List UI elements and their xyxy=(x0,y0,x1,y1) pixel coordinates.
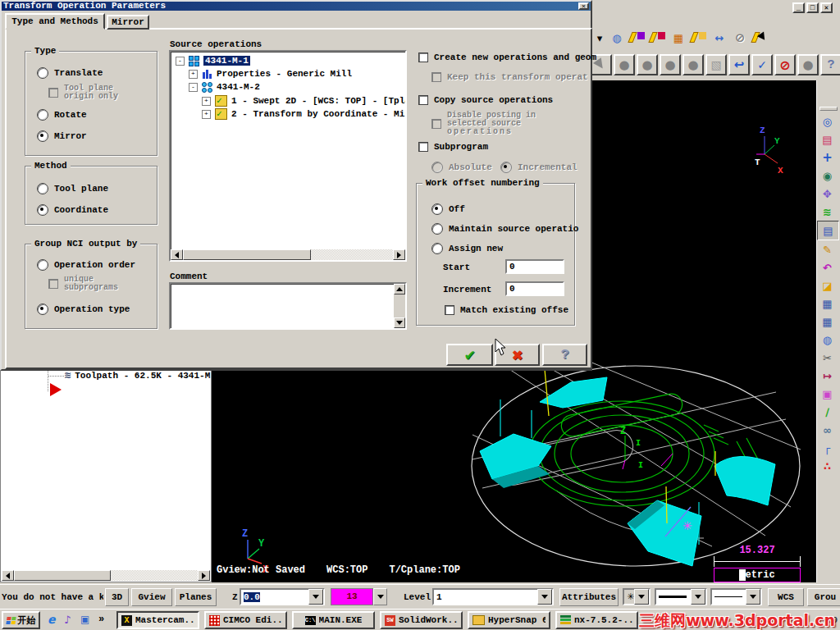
wcs-button[interactable]: WCS xyxy=(768,588,804,606)
help-icon[interactable]: ? xyxy=(820,54,840,75)
source-operations-tree[interactable]: - 4341-M-1 + Properties - Generic Mill -… xyxy=(169,50,407,262)
tree-scroll-track[interactable] xyxy=(311,249,393,260)
tree-scroll-thumb[interactable] xyxy=(183,249,311,260)
rotate-view-icon[interactable]: ◉ xyxy=(817,167,838,185)
quicklaunch-chevron[interactable]: » xyxy=(98,614,104,625)
groups-button[interactable]: Grou xyxy=(807,588,840,606)
start-input[interactable] xyxy=(505,259,564,274)
select-bolt-icon[interactable] xyxy=(751,30,769,46)
curve-edit-icon[interactable]: ✎ xyxy=(817,240,838,258)
color-dropdown-icon[interactable] xyxy=(373,588,387,605)
subprogram-checkbox[interactable] xyxy=(418,142,428,152)
scroll-right-button[interactable] xyxy=(198,570,210,581)
increment-input[interactable] xyxy=(505,281,564,296)
coordinate-radio[interactable] xyxy=(37,204,48,216)
line-width-dropdown-icon[interactable] xyxy=(746,589,760,605)
expand-toggle[interactable]: - xyxy=(189,83,198,92)
close-button[interactable]: ✕ xyxy=(820,2,833,13)
layer-fan-icon[interactable]: ≋ xyxy=(817,203,838,221)
internet-icon[interactable]: ◍ xyxy=(608,30,626,46)
line-width-combo[interactable] xyxy=(710,588,762,605)
minimize-button[interactable]: _ xyxy=(792,2,805,13)
attributes-button[interactable]: Attributes xyxy=(559,588,619,606)
tree-hscrollbar[interactable] xyxy=(171,249,405,260)
level-combo[interactable]: 1 xyxy=(432,588,554,605)
quicklaunch-media-icon[interactable]: ♪ xyxy=(64,614,71,626)
start-button[interactable]: 开始 xyxy=(2,611,40,629)
ok-button[interactable]: ✔ xyxy=(446,344,493,366)
fit-view-icon[interactable]: ✥ xyxy=(817,185,838,203)
tab-mirror[interactable]: Mirror xyxy=(107,15,149,30)
comment-scroll-up[interactable] xyxy=(394,284,405,294)
task-mastercam[interactable]: X Mastercam... xyxy=(116,611,199,629)
tab-type-methods[interactable]: Type and Methods xyxy=(5,13,105,30)
quicklaunch-desktop-icon[interactable]: ▣ xyxy=(80,614,89,625)
trim-icon[interactable]: ✂ xyxy=(817,349,838,367)
tree-scroll-right[interactable] xyxy=(393,249,405,260)
open-file-icon[interactable]: ◪ xyxy=(817,276,838,294)
cancel-all-icon[interactable]: ⊘ xyxy=(774,54,796,75)
tree-item[interactable]: 2 - Transform by Coordinate - Mirr xyxy=(231,109,407,119)
line-create-icon[interactable]: ∕ xyxy=(817,403,838,421)
point-create-icon[interactable]: ∴ xyxy=(817,457,838,475)
tree-item[interactable]: 4341-M-2 xyxy=(217,82,260,92)
task-nx[interactable]: nx-7.5.2-... xyxy=(555,611,638,629)
undo-icon[interactable]: ↶ xyxy=(817,258,838,276)
level-dropdown-icon[interactable] xyxy=(537,589,552,605)
operations-manager-icon[interactable]: ▤ xyxy=(817,221,839,240)
assign-new-radio[interactable] xyxy=(431,243,443,254)
scroll-track[interactable] xyxy=(111,570,198,581)
restore-button[interactable]: □ xyxy=(806,2,819,13)
quicklaunch-ie-icon[interactable]: e xyxy=(48,613,56,626)
insert-arrow-icon[interactable] xyxy=(50,383,62,396)
save-icon[interactable]: ▦ xyxy=(817,294,838,313)
color-swatch[interactable]: 13 xyxy=(331,588,373,605)
regen-purple-icon[interactable] xyxy=(628,30,646,46)
toolpath-tree-item[interactable]: ≋ Toolpath - 62.5K - 4341-M xyxy=(64,370,210,381)
comment-scroll-down[interactable] xyxy=(394,317,405,328)
expand-toggle[interactable]: + xyxy=(202,97,211,106)
tree-item[interactable]: 1 - Swept 2D - [WCS: TOP] - [Tplar xyxy=(231,96,407,106)
regen-red-icon[interactable] xyxy=(649,30,667,46)
rotate-radio[interactable] xyxy=(37,109,48,121)
tree-item[interactable]: 4341-M-1 xyxy=(203,56,250,66)
operation-type-radio[interactable] xyxy=(37,304,48,315)
fillet-icon[interactable]: ┌ xyxy=(817,439,838,457)
width-arrows-icon[interactable]: ↔ xyxy=(710,30,728,46)
create-new-checkbox[interactable] xyxy=(418,52,428,62)
copy-source-checkbox[interactable] xyxy=(418,95,428,105)
save-as-icon[interactable]: ▦ xyxy=(817,313,838,331)
undo-blue-icon[interactable]: ↩ xyxy=(728,54,750,75)
task-main-exe[interactable]: C:\ MAIN.EXE xyxy=(292,611,375,629)
dropdown-caret-icon[interactable]: ▾ xyxy=(594,30,605,46)
entity-colors-icon[interactable]: ▤ xyxy=(817,130,838,148)
tree-item[interactable]: Properties - Generic Mill xyxy=(217,69,352,79)
translate-radio[interactable] xyxy=(37,67,48,79)
tool-plane-radio[interactable] xyxy=(37,183,48,194)
pan-icon[interactable]: + xyxy=(817,148,838,167)
line-style-dropdown-icon[interactable] xyxy=(691,589,705,605)
dialog-close-button[interactable]: ✕ xyxy=(578,2,589,10)
post-folder-icon[interactable] xyxy=(690,30,708,46)
task-hypersnap[interactable]: HyperSnap 6 xyxy=(468,611,550,629)
z-combo[interactable]: 0.0 xyxy=(240,588,325,605)
expand-toggle[interactable]: + xyxy=(189,70,198,79)
task-cimco[interactable]: CIMCO Edi... xyxy=(204,611,287,629)
chain-icon[interactable]: ∞ xyxy=(817,421,838,439)
panel-hscrollbar[interactable] xyxy=(2,570,210,581)
scroll-left-button[interactable] xyxy=(2,570,14,581)
point-style-combo[interactable]: ✳ xyxy=(623,588,651,605)
scroll-thumb[interactable] xyxy=(14,570,111,581)
comment-box[interactable] xyxy=(169,282,407,330)
task-solidworks[interactable]: SW SolidWork... xyxy=(380,611,463,629)
tree-scroll-left[interactable] xyxy=(171,249,183,260)
expand-toggle[interactable]: + xyxy=(202,110,211,119)
dialog-titlebar[interactable]: Transform Operation Parameters ✕ xyxy=(2,2,591,11)
maintain-radio[interactable] xyxy=(431,223,443,235)
match-existing-checkbox[interactable] xyxy=(445,305,454,315)
solid-cube-icon[interactable]: ▧ xyxy=(705,54,727,75)
off-radio[interactable] xyxy=(431,203,443,215)
z-dropdown-icon[interactable] xyxy=(308,589,323,605)
help-button[interactable]: ? xyxy=(542,344,587,366)
operations-panel[interactable]: ≋ Toolpath - 62.5K - 4341-M xyxy=(0,368,212,582)
